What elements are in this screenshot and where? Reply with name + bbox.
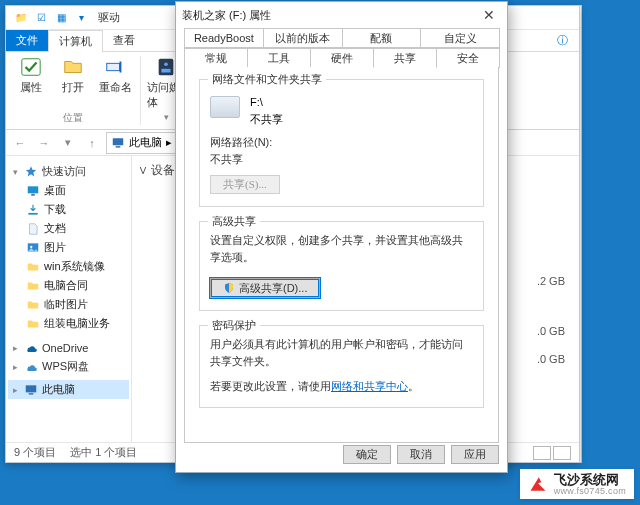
tab-readyboost[interactable]: ReadyBoost bbox=[184, 28, 264, 48]
tab-customize[interactable]: 自定义 bbox=[420, 28, 500, 48]
svg-rect-1 bbox=[107, 63, 120, 70]
dialog-titlebar: 装机之家 (F:) 属性 ✕ bbox=[176, 2, 507, 28]
pictures-icon bbox=[26, 241, 40, 255]
documents-icon bbox=[26, 222, 40, 236]
media-server-icon bbox=[155, 56, 177, 78]
tab-previous-versions[interactable]: 以前的版本 bbox=[263, 28, 343, 48]
watermark-name: 飞沙系统网 bbox=[554, 473, 626, 487]
nav-quick-access[interactable]: ▾快速访问 bbox=[8, 162, 129, 181]
folder-icon[interactable]: 📁 bbox=[14, 11, 28, 25]
share-button[interactable]: 共享(S)... bbox=[210, 175, 280, 194]
share-state-label: 不共享 bbox=[250, 111, 283, 128]
view-details-button[interactable] bbox=[533, 446, 551, 460]
nav-recent-dropdown[interactable]: ▾ bbox=[58, 133, 78, 153]
drive-icon bbox=[210, 96, 240, 118]
ribbon-open-button[interactable]: 打开 bbox=[54, 56, 92, 95]
folder-icon bbox=[26, 298, 40, 312]
chevron-down-icon: ▾ bbox=[161, 112, 171, 122]
network-path-value: 不共享 bbox=[210, 152, 473, 167]
quick-access-toolbar: 📁 ☑ ▦ ▾ bbox=[10, 11, 88, 25]
nav-win-images[interactable]: win系统镜像 bbox=[8, 257, 129, 276]
tab-general[interactable]: 常规 bbox=[184, 48, 248, 68]
network-path-label: 网络路径(N): bbox=[210, 135, 473, 150]
ribbon-properties-button[interactable]: 属性 bbox=[12, 56, 50, 95]
group-password-protection: 密码保护 用户必须具有此计算机的用户帐户和密码，才能访问共享文件夹。 若要更改此… bbox=[199, 325, 484, 408]
nav-pictures[interactable]: 图片 bbox=[8, 238, 129, 257]
tabstrip: ReadyBoost 以前的版本 配额 自定义 常规 工具 硬件 共享 安全 网… bbox=[184, 28, 499, 443]
network-sharing-center-link[interactable]: 网络和共享中心 bbox=[331, 380, 408, 392]
nav-pc-contracts[interactable]: 电脑合同 bbox=[8, 276, 129, 295]
watermark-logo-icon bbox=[528, 474, 548, 494]
password-change-suffix: 。 bbox=[408, 380, 419, 392]
ribbon-open-label: 打开 bbox=[62, 80, 84, 95]
qat-properties-icon[interactable]: ☑ bbox=[34, 11, 48, 25]
view-tiles-button[interactable] bbox=[553, 446, 571, 460]
nav-this-pc[interactable]: ▸此电脑 bbox=[8, 380, 129, 399]
svg-rect-8 bbox=[31, 193, 35, 195]
ribbon-help-icon[interactable]: ⓘ bbox=[545, 30, 579, 51]
properties-dialog: 装机之家 (F:) 属性 ✕ ReadyBoost 以前的版本 配额 自定义 常… bbox=[175, 1, 508, 473]
nav-downloads-label: 下载 bbox=[44, 202, 66, 217]
share-path-label: F:\ bbox=[250, 94, 283, 111]
nav-up-button[interactable]: ↑ bbox=[82, 133, 102, 153]
tab-security[interactable]: 安全 bbox=[436, 48, 500, 68]
dialog-close-button[interactable]: ✕ bbox=[477, 7, 501, 23]
folder-icon bbox=[26, 317, 40, 331]
advanced-sharing-desc: 设置自定义权限，创建多个共享，并设置其他高级共享选项。 bbox=[210, 232, 473, 266]
ribbon-tab-computer[interactable]: 计算机 bbox=[48, 30, 103, 52]
nav-this-pc-label: 此电脑 bbox=[42, 382, 75, 397]
svg-rect-2 bbox=[159, 59, 174, 76]
nav-downloads[interactable]: 下载 bbox=[8, 200, 129, 219]
tab-hardware[interactable]: 硬件 bbox=[310, 48, 374, 68]
dialog-button-row: 确定 取消 应用 bbox=[343, 445, 499, 464]
nav-desktop-label: 桌面 bbox=[44, 183, 66, 198]
nav-desktop[interactable]: 桌面 bbox=[8, 181, 129, 200]
svg-point-11 bbox=[30, 245, 32, 247]
nav-quick-access-label: 快速访问 bbox=[42, 164, 86, 179]
ribbon-tab-file[interactable]: 文件 bbox=[6, 30, 48, 51]
group-advanced-sharing: 高级共享 设置自定义权限，创建多个共享，并设置其他高级共享选项。 高级共享(D)… bbox=[199, 221, 484, 311]
nav-onedrive[interactable]: ▸OneDrive bbox=[8, 339, 129, 357]
svg-rect-4 bbox=[161, 69, 170, 73]
nav-wps[interactable]: ▸WPS网盘 bbox=[8, 357, 129, 376]
nav-pane: ▾快速访问 桌面 下载 文档 图片 win系统镜像 电脑合同 临时图片 组装电脑… bbox=[6, 156, 132, 442]
uac-shield-icon bbox=[223, 282, 235, 294]
nav-team-tasks[interactable]: 组装电脑业务 bbox=[8, 314, 129, 333]
ribbon-tab-view[interactable]: 查看 bbox=[103, 30, 145, 51]
qat-dropdown-icon[interactable]: ▾ bbox=[74, 11, 88, 25]
address-breadcrumb[interactable]: 此电脑 ▸ bbox=[106, 132, 177, 154]
properties-check-icon bbox=[20, 56, 42, 78]
download-icon bbox=[26, 203, 40, 217]
nav-win-images-label: win系统镜像 bbox=[44, 259, 105, 274]
apply-button[interactable]: 应用 bbox=[451, 445, 499, 464]
advanced-sharing-button[interactable]: 高级共享(D)... bbox=[210, 278, 320, 298]
watermark-url: www.fs0745.com bbox=[554, 487, 626, 496]
svg-rect-5 bbox=[113, 138, 124, 145]
nav-temp-images-label: 临时图片 bbox=[44, 297, 88, 312]
svg-rect-13 bbox=[29, 392, 34, 394]
folder-icon bbox=[26, 279, 40, 293]
breadcrumb-chevron-icon[interactable]: ▸ bbox=[166, 136, 172, 149]
qat-newfolder-icon[interactable]: ▦ bbox=[54, 11, 68, 25]
nav-documents-label: 文档 bbox=[44, 221, 66, 236]
nav-back-button[interactable]: ← bbox=[10, 133, 30, 153]
tab-tools[interactable]: 工具 bbox=[247, 48, 311, 68]
watermark: 飞沙系统网 www.fs0745.com bbox=[520, 469, 634, 499]
ribbon-properties-label: 属性 bbox=[20, 80, 42, 95]
svg-point-3 bbox=[164, 62, 168, 66]
tab-sharing[interactable]: 共享 bbox=[373, 48, 437, 68]
ribbon-rename-button[interactable]: 重命名 bbox=[96, 56, 134, 95]
open-folder-icon bbox=[62, 56, 84, 78]
nav-pc-contracts-label: 电脑合同 bbox=[44, 278, 88, 293]
tab-panel-sharing: 网络文件和文件夹共享 F:\ 不共享 网络路径(N): 不共享 共享(S)...… bbox=[184, 67, 499, 443]
nav-forward-button[interactable]: → bbox=[34, 133, 54, 153]
svg-rect-12 bbox=[26, 385, 37, 392]
tab-quota[interactable]: 配额 bbox=[342, 28, 422, 48]
password-change-prefix: 若要更改此设置，请使用 bbox=[210, 380, 331, 392]
ok-button[interactable]: 确定 bbox=[343, 445, 391, 464]
cancel-button[interactable]: 取消 bbox=[397, 445, 445, 464]
wps-cloud-icon bbox=[24, 360, 38, 374]
this-pc-icon bbox=[111, 136, 125, 150]
nav-temp-images[interactable]: 临时图片 bbox=[8, 295, 129, 314]
nav-documents[interactable]: 文档 bbox=[8, 219, 129, 238]
